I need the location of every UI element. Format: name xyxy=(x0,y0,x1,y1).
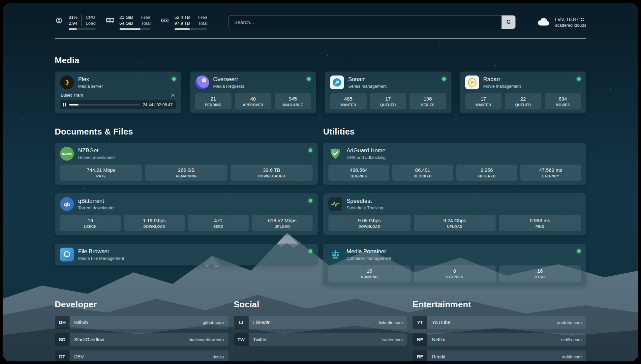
app-subtitle: Media File Management xyxy=(78,256,124,261)
ram-label-1: Free xyxy=(141,15,151,20)
stat-value: 40 xyxy=(237,96,269,102)
bookmark-name: Netflix xyxy=(427,337,445,342)
cpu-metric: 31% 2.94 CPU Load xyxy=(55,15,96,30)
stat-value: 2,956 xyxy=(458,167,515,173)
gear-icon[interactable] xyxy=(170,93,175,98)
plex-card[interactable]: Plex Media server Bullet Train 24:44 / 0 xyxy=(55,72,181,113)
ram-progress-bar xyxy=(119,28,151,30)
bookmark-youtube[interactable]: YT YouTube youtube.com xyxy=(412,316,586,329)
pause-icon[interactable] xyxy=(63,103,66,106)
adguard-icon xyxy=(328,147,342,161)
bookmark-url: twitter.com xyxy=(382,337,407,342)
stat-filtered: 2,956 FILTERED xyxy=(456,165,517,181)
stat-label: WANTED xyxy=(467,103,500,107)
bookmark-url: stackoverflow.com xyxy=(189,337,228,342)
stat-value: 21 xyxy=(197,96,230,102)
search-engine-button[interactable]: G xyxy=(502,15,515,29)
cpu-sub-value: 2.94 xyxy=(69,20,77,26)
nzbget-card[interactable]: nzbget NZBGet Usenet downloader 744.21 M… xyxy=(55,143,318,185)
app-subtitle: Container management xyxy=(347,256,391,261)
bookmark-group-entertainment: Entertainment YT YouTube youtube.com NF … xyxy=(412,299,586,361)
stat-label: AVAILABLE xyxy=(277,103,309,107)
stat-queued: 17 QUEUED xyxy=(370,93,407,109)
bookmark-url: dev.to xyxy=(212,354,228,359)
bookmark-badge: DT xyxy=(55,350,70,361)
stat-label: UPLOAD xyxy=(416,225,494,228)
stat-queries: 498,564 QUERIES xyxy=(328,165,389,181)
filebrowser-card[interactable]: File Browser Media File Management xyxy=(55,244,318,265)
stat-value: 0 xyxy=(416,268,494,274)
playback-progress-track[interactable] xyxy=(69,104,140,106)
overseerr-icon xyxy=(195,76,209,89)
bookmark-reddit[interactable]: RE Reddit reddit.com xyxy=(412,350,586,361)
stat-value: 16 xyxy=(62,218,119,223)
stat-value: 485 xyxy=(332,96,365,102)
stat-label: MOVIES xyxy=(547,103,579,107)
app-name: qBittorrent xyxy=(78,198,115,204)
stat-label: PING xyxy=(501,225,579,228)
overseerr-card[interactable]: Overseerr Media Requests 21 PENDING 40 A… xyxy=(190,72,317,113)
top-bar: 31% 2.94 CPU Load 21 GiB xyxy=(55,15,586,30)
stat-value: 17 xyxy=(372,96,405,102)
bookmark-twitter[interactable]: TW Twitter twitter.com xyxy=(234,333,408,346)
stat-value: 196 xyxy=(412,96,444,102)
stat-remaining: 266 GB REMAINING xyxy=(145,165,228,181)
bookmark-url: netflix.com xyxy=(561,337,586,342)
app-subtitle: Media server xyxy=(78,84,103,89)
dashboard-screen: 31% 2.94 CPU Load 21 GiB xyxy=(3,3,638,361)
radarr-card[interactable]: Radarr Movie management 17 WANTED 22 QUE… xyxy=(460,72,587,113)
stat-value: 945 xyxy=(277,96,309,102)
stat-pending: 21 PENDING xyxy=(195,93,232,109)
app-subtitle: Torrent downloader xyxy=(78,205,115,210)
stat-series: 196 SERIES xyxy=(410,93,446,109)
media-grid: Plex Media server Bullet Train 24:44 / 0 xyxy=(55,72,586,113)
app-name: Overseerr xyxy=(213,76,244,83)
weather-location: Lviv, 16.87°C xyxy=(555,16,586,22)
bookmark-dev[interactable]: DT DEV dev.to xyxy=(55,350,229,361)
section-title-utilities: Utilities xyxy=(323,127,586,137)
bookmark-url: linkedin.com xyxy=(379,320,407,325)
bookmark-group-social: Social LI LinkedIn linkedin.com TW Twitt… xyxy=(234,299,408,361)
search-input[interactable] xyxy=(229,15,516,29)
stat-value: 47.569 ms xyxy=(522,167,579,173)
stat-queued: 22 QUEUED xyxy=(505,93,541,109)
stat-label: QUEUED xyxy=(372,103,405,107)
adguard-card[interactable]: AdGuard Home DNS and adblocking 498,564 … xyxy=(323,143,586,185)
stat-value: 9.65 Gbps xyxy=(330,218,409,223)
stat-wanted: 485 WANTED xyxy=(330,93,367,109)
bookmark-badge: SO xyxy=(55,333,70,346)
disk-label-1: Free xyxy=(198,15,208,20)
stat-value: 498,564 xyxy=(330,167,387,173)
bookmark-netflix[interactable]: NF Netflix netflix.com xyxy=(412,333,586,346)
bookmark-badge: RE xyxy=(412,350,427,361)
bookmark-name: StackOverflow xyxy=(70,337,104,342)
app-name: NZBGet xyxy=(78,147,115,154)
sonarr-card[interactable]: Sonarr Series management 485 WANTED 17 Q… xyxy=(325,72,451,113)
bookmark-stackoverflow[interactable]: SO StackOverflow stackoverflow.com xyxy=(55,333,229,346)
stat-ping: 0.993 ms PING xyxy=(499,215,581,231)
cpu-icon xyxy=(55,16,65,25)
bookmark-github[interactable]: GH Github github.com xyxy=(55,316,229,329)
bookmark-linkedin[interactable]: LI LinkedIn linkedin.com xyxy=(234,316,408,329)
cloud-icon xyxy=(537,15,551,29)
playback-bar: 24:44 / 02:06:47 xyxy=(60,100,176,109)
app-name: AdGuard Home xyxy=(347,147,386,154)
plex-icon xyxy=(60,76,74,89)
stat-value: 22 xyxy=(507,96,539,102)
qbittorrent-card[interactable]: qb qBittorrent Torrent downloader 16 LEE… xyxy=(55,193,318,235)
bookmark-name: YouTube xyxy=(427,320,450,325)
stat-label: TOTAL xyxy=(501,275,579,279)
ram-metric: 21 GiB 64 GiB Free Total xyxy=(106,15,151,30)
bookmark-badge: GH xyxy=(55,316,70,329)
stat-leech: 16 LEECH xyxy=(60,215,121,231)
search-bar: G xyxy=(229,15,516,29)
stat-value: 9.24 Gbps xyxy=(416,218,494,223)
bookmark-badge: LI xyxy=(234,316,249,329)
portainer-card[interactable]: Media Portainer Container management 16 … xyxy=(323,244,586,286)
speedtest-card[interactable]: Speedtest Speedtest Tracking 9.65 Gbps D… xyxy=(323,193,586,235)
stat-wanted: 17 WANTED xyxy=(465,93,502,109)
now-playing-title: Bullet Train xyxy=(61,93,83,98)
bookmark-name: Twitter xyxy=(249,337,267,342)
bookmark-badge: NF xyxy=(412,333,427,346)
app-subtitle: DNS and adblocking xyxy=(347,155,386,160)
